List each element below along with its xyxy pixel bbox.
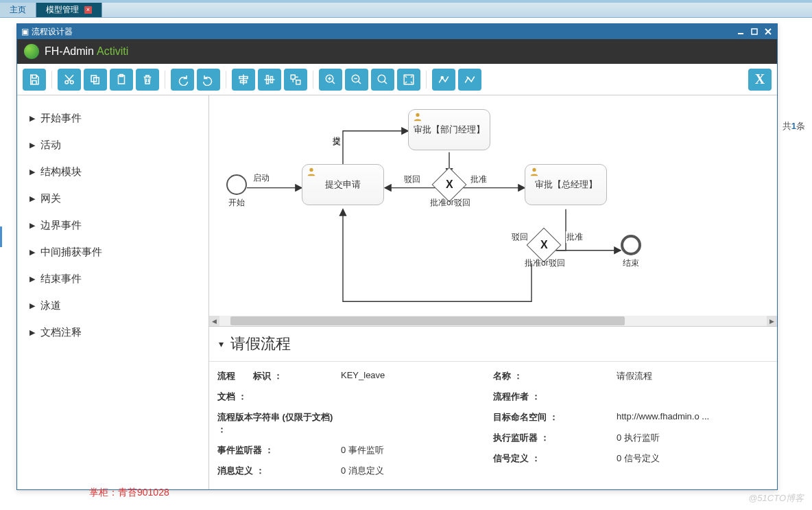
canvas-scrollbar[interactable]: ◀ ▶ bbox=[209, 316, 777, 326]
prop-version[interactable]: 流程版本字符串 (仅限于文档) ： bbox=[217, 407, 493, 440]
prop-exec-listener[interactable]: 执行监听器 ：0 执行监听 bbox=[493, 428, 769, 448]
tabbar: 主页 模型管理 × bbox=[0, 3, 812, 18]
svg-point-25 bbox=[416, 113, 419, 117]
scroll-right-icon[interactable]: ▶ bbox=[767, 316, 777, 326]
caret-icon: ▶ bbox=[29, 275, 35, 283]
edge-approve-1: 批准 bbox=[470, 174, 488, 185]
svg-point-24 bbox=[309, 168, 313, 172]
caret-icon: ▶ bbox=[29, 194, 35, 203]
palette-boundary-events[interactable]: ▶边界事件 bbox=[29, 212, 196, 239]
task-submit[interactable]: 提交申请 bbox=[302, 164, 384, 205]
caret-icon: ▶ bbox=[29, 248, 35, 257]
chevron-down-icon: ▾ bbox=[219, 338, 224, 349]
watermark: @51CTO博客 bbox=[748, 492, 804, 505]
prop-doc[interactable]: 文档 ： bbox=[217, 386, 493, 407]
start-event[interactable] bbox=[226, 174, 247, 195]
copy-button[interactable] bbox=[84, 69, 107, 91]
window-maximize-icon[interactable] bbox=[750, 27, 759, 36]
prop-message-def[interactable]: 消息定义 ：0 消息定义 bbox=[217, 461, 493, 481]
delete-button[interactable] bbox=[136, 69, 159, 91]
record-count: 共1条 bbox=[783, 120, 805, 132]
task-gm[interactable]: 审批【总经理】 bbox=[525, 164, 607, 205]
window-title: 流程设计器 bbox=[32, 26, 73, 38]
tab-model-manage[interactable]: 模型管理 × bbox=[36, 3, 102, 17]
designer-window: ▣ 流程设计器 FH-Admin Activiti X bbox=[16, 23, 778, 490]
align-h-button[interactable] bbox=[232, 69, 255, 91]
cut-button[interactable] bbox=[58, 69, 81, 91]
brand-activiti: Activiti bbox=[97, 45, 128, 58]
palette-activities[interactable]: ▶活动 bbox=[29, 132, 196, 159]
user-icon bbox=[307, 167, 316, 176]
toolbar: X bbox=[17, 64, 777, 95]
palette-swimlane[interactable]: ▶泳道 bbox=[29, 292, 196, 319]
scroll-left-icon[interactable]: ◀ bbox=[209, 316, 219, 326]
undo-button[interactable] bbox=[197, 69, 220, 91]
caret-icon: ▶ bbox=[29, 114, 35, 123]
zoom-out-button[interactable] bbox=[345, 69, 368, 91]
same-size-button[interactable] bbox=[284, 69, 307, 91]
bendpoint-remove-button[interactable] bbox=[458, 69, 481, 91]
prop-event-listener[interactable]: 事件监听器 ：0 事件监听 bbox=[217, 440, 493, 461]
window-minimize-icon[interactable] bbox=[736, 27, 745, 36]
scroll-thumb[interactable] bbox=[230, 316, 625, 325]
save-button[interactable] bbox=[23, 69, 46, 91]
window-close-icon[interactable] bbox=[763, 27, 773, 36]
caret-icon: ▶ bbox=[29, 167, 35, 176]
editor-close-button[interactable]: X bbox=[748, 69, 772, 91]
zoom-in-button[interactable] bbox=[319, 69, 342, 91]
prop-namespace[interactable]: 目标命名空间 ：http://www.fhadmin.o ... bbox=[493, 407, 769, 428]
palette: ▶开始事件 ▶活动 ▶结构模块 ▶网关 ▶边界事件 ▶中间捕获事件 ▶结束事件 … bbox=[17, 95, 209, 489]
bendpoint-add-button[interactable] bbox=[432, 69, 455, 91]
properties-panel: ▾ 请假流程 流程 标识 ：KEY_leave 文档 ： 流程版本字符串 (仅限… bbox=[209, 326, 777, 489]
edge-reject-1: 驳回 bbox=[403, 174, 421, 185]
tab-home[interactable]: 主页 bbox=[0, 3, 36, 17]
task-dept[interactable]: 审批【部门经理】 bbox=[408, 109, 490, 150]
caret-icon: ▶ bbox=[29, 328, 35, 337]
caret-icon: ▶ bbox=[29, 141, 35, 150]
edge-approve-2: 批准 bbox=[566, 231, 584, 243]
prop-author[interactable]: 流程作者 ： bbox=[493, 386, 769, 407]
user-icon bbox=[413, 112, 422, 121]
brand-text: FH-Admin bbox=[45, 45, 94, 58]
zoom-fit-button[interactable] bbox=[397, 69, 420, 91]
window-icon: ▣ bbox=[21, 27, 29, 36]
caret-icon: ▶ bbox=[29, 301, 35, 310]
svg-rect-16 bbox=[291, 75, 295, 79]
bpmn-canvas[interactable]: 开始 提交申请 审批【部门经理】 X 批准or驳回 审批【总经理】 X 批准or… bbox=[209, 95, 777, 316]
user-icon bbox=[529, 167, 539, 176]
properties-title: 请假流程 bbox=[230, 334, 291, 354]
palette-annotation[interactable]: ▶文档注释 bbox=[29, 319, 196, 346]
end-event[interactable] bbox=[621, 235, 641, 255]
edge-start: 启动 bbox=[252, 172, 270, 184]
zoom-reset-button[interactable] bbox=[371, 69, 394, 91]
palette-gateways[interactable]: ▶网关 bbox=[29, 185, 196, 212]
window-titlebar[interactable]: ▣ 流程设计器 bbox=[17, 24, 777, 39]
footer-text: 掌柜：青苔901028 bbox=[89, 487, 169, 499]
logo-icon bbox=[24, 44, 39, 59]
prop-name[interactable]: 名称 ：请假流程 bbox=[493, 366, 769, 386]
palette-start-events[interactable]: ▶开始事件 bbox=[29, 105, 196, 132]
palette-catch-events[interactable]: ▶中间捕获事件 bbox=[29, 239, 196, 266]
gateway-2-label: 批准or驳回 bbox=[525, 257, 565, 269]
svg-rect-17 bbox=[296, 80, 300, 84]
end-label: 结束 bbox=[623, 257, 639, 269]
paste-button[interactable] bbox=[110, 69, 133, 91]
app-header: FH-Admin Activiti bbox=[17, 39, 777, 64]
prop-process-id[interactable]: 流程 标识 ：KEY_leave bbox=[217, 366, 493, 386]
gateway-1-label: 批准or驳回 bbox=[430, 197, 470, 209]
svg-point-22 bbox=[441, 76, 443, 78]
palette-end-events[interactable]: ▶结束事件 bbox=[29, 266, 196, 292]
properties-header[interactable]: ▾ 请假流程 bbox=[209, 327, 777, 362]
palette-structure[interactable]: ▶结构模块 bbox=[29, 159, 196, 185]
start-label: 开始 bbox=[228, 197, 245, 209]
edge-reject-2: 驳回 bbox=[511, 231, 529, 243]
svg-point-20 bbox=[378, 75, 385, 82]
caret-icon: ▶ bbox=[29, 221, 35, 230]
tab-close-icon[interactable]: × bbox=[84, 6, 92, 14]
align-v-button[interactable] bbox=[258, 69, 281, 91]
svg-rect-1 bbox=[752, 29, 757, 34]
tab-model-label: 模型管理 bbox=[46, 4, 79, 16]
left-accent bbox=[0, 227, 2, 247]
prop-signal-def[interactable]: 信号定义 ：0 信号定义 bbox=[493, 448, 769, 469]
redo-button[interactable] bbox=[171, 69, 194, 91]
